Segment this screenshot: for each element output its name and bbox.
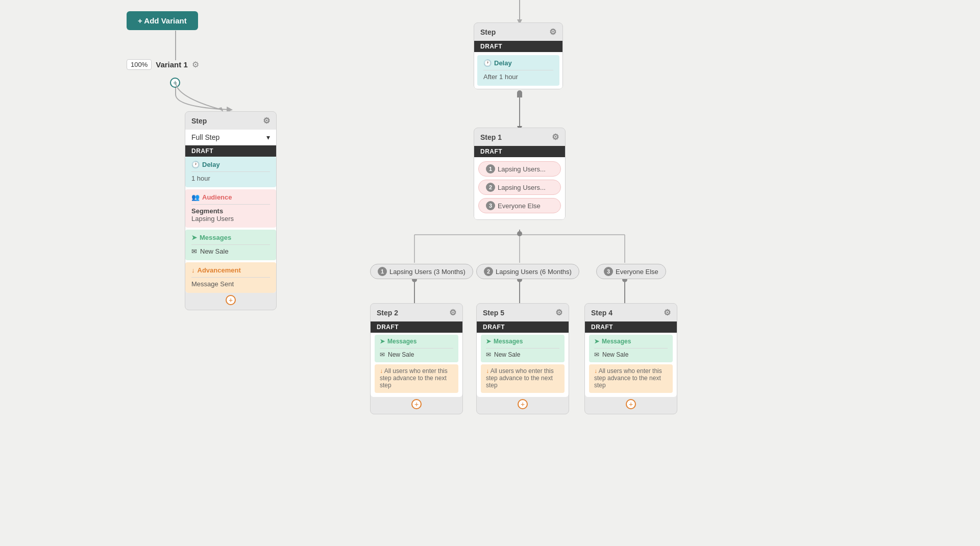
top-right-step-card: Step ⚙ DRAFT 🕐 Delay After 1 hour: [474, 22, 563, 89]
step2-gear-icon[interactable]: ⚙: [449, 308, 456, 317]
full-step-select[interactable]: Full Step ▾: [185, 130, 276, 145]
step5-card: Step 5 ⚙ DRAFT ➤ Messages ✉ New Sale ↓ A…: [476, 303, 569, 414]
down-arrow-icon: ↓: [191, 266, 195, 274]
clock-icon: 🕐: [191, 161, 200, 168]
svg-text:+: +: [629, 400, 633, 408]
step1-path-1[interactable]: 1 Lapsing Users...: [478, 161, 561, 177]
step5-down-arrow-icon: ↓: [486, 367, 489, 375]
step5-draft-bar: DRAFT: [477, 321, 569, 333]
top-right-clock-icon: 🕐: [483, 59, 492, 67]
main-step-draft-bar: DRAFT: [185, 145, 276, 157]
top-right-delay-block: 🕐 Delay After 1 hour: [477, 55, 559, 86]
step1-draft-bar: DRAFT: [474, 146, 565, 157]
svg-text:+: +: [173, 79, 177, 87]
top-right-step-title: Step: [480, 28, 496, 36]
people-icon: 👥: [191, 193, 200, 201]
main-step-delay-block: 🕐 Delay 1 hour: [185, 157, 276, 187]
variant-gear-icon[interactable]: ⚙: [192, 60, 199, 69]
top-right-draft-bar: DRAFT: [474, 41, 562, 52]
step4-envelope-icon: ✉: [594, 351, 599, 358]
add-below-variant[interactable]: +: [170, 78, 180, 90]
main-step-add-button[interactable]: +: [185, 293, 276, 310]
step4-gear-icon[interactable]: ⚙: [664, 308, 671, 317]
step2-envelope-icon: ✉: [380, 351, 385, 358]
svg-point-9: [517, 231, 522, 236]
main-step-advancement-block: ↓ Advancement Message Sent: [185, 262, 276, 293]
step4-messages-block: ➤ Messages ✉ New Sale: [589, 335, 673, 362]
step4-title: Step 4: [591, 309, 612, 317]
main-step-messages-block: ➤ Messages ✉ New Sale: [185, 230, 276, 260]
add-variant-button[interactable]: + Add Variant: [127, 11, 198, 30]
path-badge-1: 1 Lapsing Users (3 Months): [370, 264, 473, 279]
step2-advancement-block: ↓ All users who enter this step advance …: [375, 364, 458, 393]
svg-text:+: +: [229, 296, 233, 304]
step4-advancement-block: ↓ All users who enter this step advance …: [589, 364, 673, 393]
step4-draft-bar: DRAFT: [585, 321, 677, 333]
step4-down-arrow-icon: ↓: [594, 367, 597, 375]
envelope-icon: ✉: [191, 247, 197, 255]
send-icon: ➤: [191, 234, 197, 241]
step2-card: Step 2 ⚙ DRAFT ➤ Messages ✉ New Sale ↓ A…: [370, 303, 463, 414]
step5-gear-icon[interactable]: ⚙: [555, 308, 562, 317]
top-right-gear-icon[interactable]: ⚙: [549, 27, 556, 37]
svg-text:+: +: [414, 400, 419, 408]
step2-add-button[interactable]: +: [371, 397, 462, 414]
main-step-title: Step: [191, 117, 207, 125]
step2-draft-bar: DRAFT: [371, 321, 462, 333]
step1-card: Step 1 ⚙ DRAFT 1 Lapsing Users... 2 Laps…: [474, 128, 566, 220]
step1-path-3[interactable]: 3 Everyone Else: [478, 198, 561, 213]
step1-gear-icon[interactable]: ⚙: [552, 132, 559, 142]
svg-text:+: +: [521, 400, 525, 408]
step2-send-icon: ➤: [380, 338, 385, 345]
step5-send-icon: ➤: [486, 338, 491, 345]
step5-envelope-icon: ✉: [486, 351, 491, 358]
step4-send-icon: ➤: [594, 338, 599, 345]
path-badge-3: 3 Everyone Else: [596, 264, 666, 279]
step4-card: Step 4 ⚙ DRAFT ➤ Messages ✉ New Sale ↓ A…: [584, 303, 677, 414]
main-step-audience-block: 👥 Audience Segments Lapsing Users: [185, 189, 276, 228]
step1-path-2[interactable]: 2 Lapsing Users...: [478, 180, 561, 195]
main-step-gear-icon[interactable]: ⚙: [263, 116, 270, 126]
step5-messages-block: ➤ Messages ✉ New Sale: [481, 335, 565, 362]
step4-add-button[interactable]: +: [585, 397, 677, 414]
main-step-card: Step ⚙ Full Step ▾ DRAFT 🕐 Delay 1 hour: [185, 111, 277, 310]
variant-row: 100% Variant 1 ⚙: [127, 59, 199, 70]
variant-percent: 100%: [127, 59, 152, 70]
step1-title: Step 1: [480, 133, 502, 141]
step5-title: Step 5: [483, 309, 504, 317]
path-badge-2: 2 Lapsing Users (6 Months): [476, 264, 579, 279]
variant-label: Variant 1: [156, 60, 188, 69]
step5-advancement-block: ↓ All users who enter this step advance …: [481, 364, 565, 393]
step2-title: Step 2: [377, 309, 398, 317]
step2-messages-block: ➤ Messages ✉ New Sale: [375, 335, 458, 362]
step5-add-button[interactable]: +: [477, 397, 569, 414]
step2-down-arrow-icon: ↓: [380, 367, 383, 375]
